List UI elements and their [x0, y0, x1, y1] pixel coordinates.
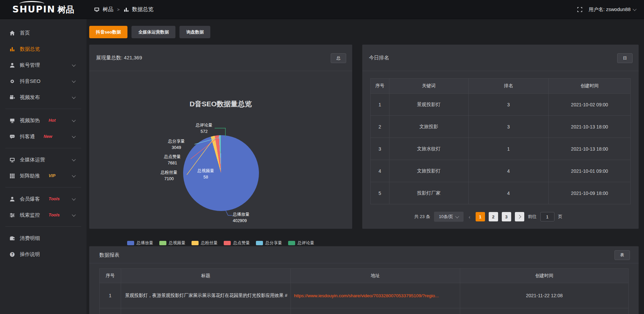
fullscreen-icon[interactable]: [577, 7, 583, 12]
breadcrumb-current[interactable]: 数据总览: [132, 6, 154, 13]
tab-inquiry-data[interactable]: 询盘数据: [179, 26, 210, 38]
topbar: SHUPIN树品 树品 > 数据总览 用户名: zswodun88: [0, 0, 644, 19]
grid-icon: [9, 173, 15, 179]
question-circle-icon: ?: [9, 252, 15, 257]
ranking-panel-header: 今日排名 日: [362, 45, 639, 71]
page-size-select[interactable]: 10条/页: [434, 212, 464, 222]
sidebar-item-consumption[interactable]: 消费明细: [0, 230, 87, 246]
monitor-icon: [9, 157, 15, 163]
page-button-1[interactable]: 1: [476, 212, 485, 221]
col-created: 创建时间: [460, 269, 629, 283]
user-menu[interactable]: 用户名: zswodun88: [589, 6, 636, 13]
sidebar-divider: [5, 148, 81, 148]
ranking-table: 序号 关键词 排名 创建时间 1景观投影灯32021-10-02 09:00 2…: [370, 78, 631, 204]
day-mode-button[interactable]: 日: [617, 53, 633, 63]
hot-badge: Hot: [49, 118, 56, 123]
sidebar: 首页 数据总览 账号管理 抖音SEO 视频发布 视频加热 Hot 抖客通 New…: [0, 19, 87, 314]
legend-swatch: [159, 241, 166, 245]
legend-swatch: [127, 241, 134, 245]
report-table: 序号 标题 地址 创建时间 1 景观投影灯，夜游景观投影灯厂家展示展示落花灯在花…: [99, 268, 629, 314]
sidebar-divider: [5, 226, 81, 227]
video-link[interactable]: https://www.iesdouyin.com/share/video/70…: [290, 283, 460, 308]
sidebar-item-member-burst[interactable]: 会员爆客 Tools: [0, 191, 87, 207]
next-page-button[interactable]: [515, 212, 524, 221]
report-panel-title: 数据报表: [99, 252, 119, 258]
sidebar-item-data-overview[interactable]: 数据总览: [0, 41, 87, 57]
sidebar-item-label: 操作说明: [20, 251, 40, 258]
chevron-down-icon: [72, 173, 75, 177]
sidebar-item-instructions[interactable]: ? 操作说明: [0, 246, 87, 262]
wallet-icon: [9, 235, 15, 241]
legend-item-comments[interactable]: 总评论量: [288, 240, 314, 246]
sidebar-divider: [5, 187, 81, 188]
sidebar-item-home[interactable]: 首页: [0, 25, 87, 41]
table-row: [100, 308, 629, 314]
col-title: 标题: [121, 269, 290, 283]
table-row: 1 景观投影灯，夜游景观投影灯厂家展示展示落花灯在花园里的灯光投影应用效果 # …: [100, 283, 629, 308]
sidebar-item-matrix-boost[interactable]: 矩阵助推 VIP: [0, 168, 87, 184]
video-title: 景观投影灯，夜游景观投影灯厂家展示展示落花灯在花园里的灯光投影应用效果 #: [121, 283, 290, 308]
col-index: 序号: [100, 269, 121, 283]
page-button-2[interactable]: 2: [489, 212, 498, 221]
sidebar-item-lead-monitor[interactable]: 线索监控 Tools: [0, 207, 87, 223]
goto-label: 前往: [528, 214, 537, 220]
sidebar-item-account[interactable]: 账号管理: [0, 57, 87, 73]
pagination: 共 23 条 10条/页 ‹ 1 2 3 前往 页: [414, 212, 562, 222]
page-button-3[interactable]: 3: [502, 212, 511, 221]
sidebar-item-label: 线索监控: [20, 212, 40, 218]
pie-chart-area: D音SEO数据量总览 总评论量572 总分享量3049 总点赞量7681 总粉丝…: [89, 71, 352, 229]
col-url: 地址: [290, 269, 460, 283]
sidebar-item-label: 视频发布: [20, 94, 40, 101]
chevron-down-icon: [72, 95, 75, 99]
ranking-panel-title: 今日排名: [369, 55, 389, 61]
tab-omnimedia-data[interactable]: 全媒体运营数据: [131, 26, 175, 38]
table-row: 4文旅投影灯42021-10-01 09:00: [371, 160, 631, 182]
total-mode-button[interactable]: 总: [331, 53, 346, 63]
today-ranking-panel: 今日排名 日 序号 关键词 排名 创建时间 1景观投影灯32021-10-02 …: [362, 45, 639, 229]
goto-page-input[interactable]: [540, 212, 554, 221]
legend-item-shares[interactable]: 总分享量: [256, 240, 282, 246]
pie-label-plays: 总播放量402909: [233, 211, 270, 224]
sidebar-item-omnimedia[interactable]: 全媒体运营: [0, 152, 87, 168]
chevron-down-icon: [72, 213, 75, 216]
chevron-down-icon: [72, 157, 75, 161]
sidebar-item-label: 矩阵助推: [20, 173, 40, 179]
sidebar-divider: [5, 109, 81, 109]
chevron-down-icon: [72, 118, 75, 122]
sidebar-item-label: 消费明细: [20, 235, 40, 242]
legend-swatch: [256, 241, 263, 245]
breadcrumb-root-icon: [94, 7, 100, 12]
legend-swatch: [288, 241, 295, 245]
home-icon: [9, 30, 15, 36]
sliders-icon: [9, 212, 15, 218]
legend-item-videos[interactable]: 总视频量: [159, 240, 185, 246]
sidebar-item-douyin-seo[interactable]: 抖音SEO: [0, 73, 87, 89]
breadcrumb-root[interactable]: 树品: [103, 6, 113, 13]
ranking-header-row: 序号 关键词 排名 创建时间: [371, 78, 631, 94]
user-icon: [9, 62, 15, 68]
logo-arc-decoration: [19, 1, 44, 7]
chevron-down-icon: [633, 7, 636, 11]
sidebar-item-video-heat[interactable]: 视频加热 Hot: [0, 112, 87, 128]
tab-douyin-seo-data[interactable]: 抖音seo数据: [89, 26, 127, 38]
sidebar-item-label: 全媒体运营: [20, 157, 45, 163]
table-mode-button[interactable]: 表: [614, 250, 630, 260]
pie-label-comments: 总评论量572: [188, 122, 220, 135]
sidebar-item-video-publish[interactable]: 视频发布: [0, 89, 87, 105]
sidebar-item-label: 数据总览: [20, 46, 40, 52]
legend-item-fans[interactable]: 总粉丝量: [192, 240, 218, 246]
logo-cjk: 树品: [57, 5, 74, 14]
breadcrumb-current-icon: [123, 7, 129, 12]
sidebar-item-doukettong[interactable]: 抖客通 New: [0, 128, 87, 145]
app-logo: SHUPIN树品: [0, 4, 87, 15]
report-header-row: 序号 标题 地址 创建时间: [100, 269, 629, 283]
pie-label-shares: 总分享量3049: [160, 138, 193, 151]
legend-item-plays[interactable]: 总播放量: [127, 240, 153, 246]
pie-label-fans: 总粉丝量7100: [152, 169, 186, 182]
prev-page-button[interactable]: ‹: [467, 214, 472, 220]
sidebar-item-label: 账号管理: [20, 62, 40, 68]
chevron-down-icon: [72, 79, 75, 83]
chart-title: D音SEO数据量总览: [89, 99, 352, 109]
username-label: 用户名: zswodun88: [589, 6, 631, 13]
legend-item-likes[interactable]: 总点赞量: [224, 240, 250, 246]
